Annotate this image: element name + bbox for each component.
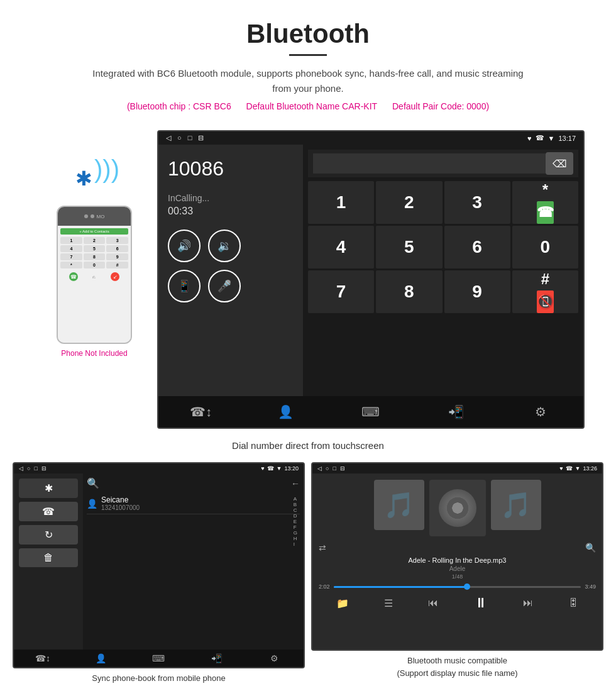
music-time: 13:26 bbox=[583, 465, 597, 472]
spec-chip: (Bluetooth chip : CSR BC6 bbox=[127, 101, 231, 111]
dialpad-key-5[interactable]: 5 bbox=[376, 226, 442, 268]
music-android-screen: ◁○□⊟ ♥☎▼ 13:26 🎵 bbox=[311, 462, 603, 651]
music-artist: Adele bbox=[449, 565, 466, 572]
pb-bottom-settings[interactable]: ⚙ bbox=[265, 653, 284, 663]
music-track-num: 1/48 bbox=[452, 573, 463, 580]
dialpad-key-star-call[interactable]: * ☎ bbox=[512, 181, 578, 224]
dialpad-key-7[interactable]: 7 bbox=[308, 270, 374, 313]
bottom-contacts-icon[interactable]: 👤 bbox=[272, 402, 300, 421]
music-controls-row: 📁 ☰ ⏮ ⏸ ⏭ 🎛 bbox=[319, 595, 596, 611]
music-next-icon[interactable]: ⏭ bbox=[523, 597, 533, 609]
music-prev-icon[interactable]: ⏮ bbox=[428, 597, 438, 609]
bt-icon: ✱ bbox=[75, 167, 92, 191]
bottom-screens-row: ◁○□⊟ ♥☎▼ 13:20 ✱ ☎ ↻ 🗑 bbox=[0, 462, 616, 686]
phone-add-contact: + Add to Contacts bbox=[60, 228, 128, 235]
phone-keypad: 123 456 789 *0# bbox=[60, 237, 128, 268]
music-albums-row: 🎵 🎵 bbox=[374, 480, 541, 536]
phone-mockup-area: ))) ✱ MO + Add to Contacts 123 456 789 *… bbox=[31, 130, 157, 358]
music-statusbar: ◁○□⊟ ♥☎▼ 13:26 bbox=[312, 463, 602, 473]
pb-contact-row[interactable]: 👤 Seicane 13241007000 bbox=[87, 493, 300, 514]
phonebook-content: ✱ ☎ ↻ 🗑 🔍 ← 👤 Sei bbox=[14, 473, 304, 650]
android-call-screen: ◁ ○ □ ⊟ ♥ ☎ ▼ 13:17 10086 InCalling... 0… bbox=[157, 130, 585, 429]
music-time-total: 3:49 bbox=[585, 584, 596, 590]
pb-delete-button[interactable]: 🗑 bbox=[19, 548, 78, 567]
time-display: 13:17 bbox=[558, 135, 576, 142]
android-statusbar-top: ◁ ○ □ ⊟ ♥ ☎ ▼ 13:17 bbox=[158, 131, 583, 145]
dialpad-key-hash-end[interactable]: # 📵 bbox=[512, 270, 578, 313]
pb-refresh-button[interactable]: ↻ bbox=[19, 525, 78, 545]
spec-name: Default Bluetooth Name CAR-KIT bbox=[246, 101, 378, 111]
bottom-settings-icon[interactable]: ⚙ bbox=[527, 402, 554, 421]
album-art-right: 🎵 bbox=[491, 480, 541, 530]
pb-back-icon[interactable]: ← bbox=[291, 479, 300, 489]
backspace-button[interactable]: ⌫ bbox=[546, 152, 573, 175]
statusbar-right-icons: ♥ ☎ ▼ 13:17 bbox=[527, 134, 576, 142]
music-content: 🎵 🎵 ⇄ 🔍 Adele - Rolling I bbox=[312, 473, 602, 650]
music-screen-wrap: ◁○□⊟ ♥☎▼ 13:26 🎵 bbox=[311, 462, 603, 686]
android-bottom-bar: ☎↕ 👤 ⌨ 📲 ⚙ bbox=[158, 396, 583, 428]
pb-call-button[interactable]: ☎ bbox=[19, 502, 78, 521]
phonebook-right-inner: 🔍 ← 👤 Seicane 13241007000 A bbox=[87, 477, 300, 514]
shuffle-icon[interactable]: ⇄ bbox=[319, 543, 326, 553]
bottom-transfer-icon[interactable]: 📲 bbox=[442, 402, 470, 421]
pb-search-icon[interactable]: 🔍 bbox=[87, 477, 99, 489]
phone-mockup: MO + Add to Contacts 123 456 789 *0# ☎ ⎌… bbox=[57, 206, 132, 344]
page-description: Integrated with BC6 Bluetooth module, su… bbox=[88, 66, 528, 96]
call-icon: ☎ bbox=[536, 134, 544, 142]
music-progress-bar[interactable] bbox=[334, 586, 581, 588]
phonebook-left-panel: ✱ ☎ ↻ 🗑 bbox=[14, 473, 83, 650]
search-music-icon[interactable]: 🔍 bbox=[585, 543, 596, 553]
phonebook-statusbar: ◁○□⊟ ♥☎▼ 13:20 bbox=[14, 463, 304, 473]
spec-code: Default Pair Code: 0000) bbox=[392, 101, 489, 111]
volume-up-button[interactable]: 🔊 bbox=[168, 230, 201, 262]
contact-info: Seicane 13241007000 bbox=[101, 495, 140, 511]
main-screen-row: ))) ✱ MO + Add to Contacts 123 456 789 *… bbox=[0, 130, 616, 429]
dialpad-key-8[interactable]: 8 bbox=[376, 270, 442, 313]
music-playlist-icon[interactable]: ☰ bbox=[384, 597, 393, 609]
pb-bottom-keypad[interactable]: ⌨ bbox=[149, 653, 168, 663]
music-play-icon[interactable]: ⏸ bbox=[474, 595, 488, 611]
bt-icon-button[interactable]: ✱ bbox=[19, 479, 78, 498]
music-status-right: ♥☎▼ 13:26 bbox=[559, 465, 597, 472]
call-status: InCalling... bbox=[168, 193, 294, 203]
alphabet-index: A B C D E F G H I bbox=[294, 496, 297, 547]
pb-bottom-calls[interactable]: ☎↕ bbox=[33, 653, 52, 663]
music-progress-fill bbox=[334, 586, 468, 588]
signal-icon: ▼ bbox=[548, 135, 555, 142]
pb-bottom-contacts[interactable]: 👤 bbox=[91, 653, 110, 663]
dialpad-key-9[interactable]: 9 bbox=[444, 270, 510, 313]
pb-nav-icons: ◁○□⊟ bbox=[19, 465, 47, 472]
contact-name: Seicane bbox=[101, 495, 140, 504]
pb-bottom-transfer[interactable]: 📲 bbox=[207, 653, 226, 663]
signal-waves-icon: ))) bbox=[94, 155, 119, 184]
music-folder-icon[interactable]: 📁 bbox=[336, 597, 349, 609]
volume-down-button[interactable]: 🔉 bbox=[208, 230, 241, 262]
music-equalizer-icon[interactable]: 🎛 bbox=[568, 597, 578, 609]
nav-home-icon: ○ bbox=[177, 134, 182, 142]
phonebook-bottom-bar: ☎↕ 👤 ⌨ 📲 ⚙ bbox=[14, 650, 304, 667]
dialpad-key-2[interactable]: 2 bbox=[376, 181, 442, 224]
caption-phonebook: Sync phone-book from mobile phone (Suppo… bbox=[89, 668, 228, 686]
call-number: 10086 bbox=[168, 157, 294, 180]
phone-not-included-label: Phone Not Included bbox=[61, 349, 127, 358]
dialpad-key-1[interactable]: 1 bbox=[308, 181, 374, 224]
title-underline bbox=[289, 54, 327, 56]
music-time-current: 2:02 bbox=[319, 584, 330, 590]
dialpad-key-0[interactable]: 0 bbox=[512, 226, 578, 268]
bottom-calls-icon[interactable]: ☎↕ bbox=[187, 402, 215, 421]
bottom-dialpad-icon[interactable]: ⌨ bbox=[357, 402, 385, 421]
dialpad-key-3[interactable]: 3 bbox=[444, 181, 510, 224]
phonebook-screen-wrap: ◁○□⊟ ♥☎▼ 13:20 ✱ ☎ ↻ 🗑 bbox=[13, 462, 305, 686]
mute-button[interactable]: 🎤 bbox=[208, 270, 241, 302]
dialpad-key-6[interactable]: 6 bbox=[444, 226, 510, 268]
nav-back-icon: ◁ bbox=[166, 134, 171, 142]
music-track-name: Adele - Rolling In the Deep.mp3 bbox=[409, 556, 507, 564]
vinyl-center-dot bbox=[454, 504, 461, 512]
transfer-button[interactable]: 📱 bbox=[168, 270, 201, 302]
contact-number: 13241007000 bbox=[101, 504, 140, 511]
contact-avatar-icon: 👤 bbox=[87, 499, 97, 509]
phonebook-android-screen: ◁○□⊟ ♥☎▼ 13:20 ✱ ☎ ↻ 🗑 bbox=[13, 462, 305, 668]
dialpad-input[interactable] bbox=[313, 153, 546, 174]
music-progress-row: 2:02 3:49 bbox=[319, 584, 596, 590]
dialpad-key-4[interactable]: 4 bbox=[308, 226, 374, 268]
